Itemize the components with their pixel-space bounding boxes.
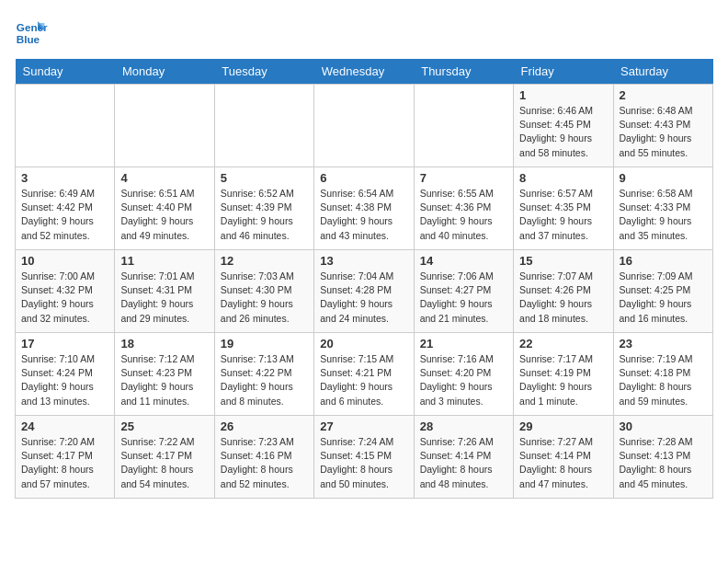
weekday-header: Friday bbox=[514, 59, 613, 85]
day-number: 26 bbox=[221, 419, 308, 433]
day-number: 14 bbox=[420, 254, 507, 268]
calendar-cell: 14Sunrise: 7:06 AM Sunset: 4:27 PM Dayli… bbox=[414, 250, 513, 333]
calendar-cell: 8Sunrise: 6:57 AM Sunset: 4:35 PM Daylig… bbox=[514, 167, 613, 250]
day-number: 9 bbox=[620, 171, 707, 185]
calendar-cell: 15Sunrise: 7:07 AM Sunset: 4:26 PM Dayli… bbox=[514, 250, 613, 333]
day-info: Sunrise: 7:19 AM Sunset: 4:18 PM Dayligh… bbox=[620, 352, 707, 408]
day-info: Sunrise: 7:06 AM Sunset: 4:27 PM Dayligh… bbox=[420, 270, 507, 326]
day-number: 11 bbox=[120, 254, 208, 268]
calendar-cell: 4Sunrise: 6:51 AM Sunset: 4:40 PM Daylig… bbox=[115, 167, 214, 250]
calendar-cell: 10Sunrise: 7:00 AM Sunset: 4:32 PM Dayli… bbox=[16, 250, 115, 333]
page-header: General Blue bbox=[15, 15, 713, 48]
day-info: Sunrise: 7:00 AM Sunset: 4:32 PM Dayligh… bbox=[21, 270, 108, 326]
day-number: 20 bbox=[320, 337, 407, 350]
day-info: Sunrise: 7:03 AM Sunset: 4:30 PM Dayligh… bbox=[221, 270, 308, 326]
calendar-week-row: 24Sunrise: 7:20 AM Sunset: 4:17 PM Dayli… bbox=[16, 416, 713, 499]
day-number: 22 bbox=[519, 337, 607, 350]
calendar-cell bbox=[16, 85, 115, 167]
calendar-week-row: 17Sunrise: 7:10 AM Sunset: 4:24 PM Dayli… bbox=[16, 333, 713, 416]
day-info: Sunrise: 7:24 AM Sunset: 4:15 PM Dayligh… bbox=[320, 435, 407, 491]
day-number: 30 bbox=[620, 419, 707, 433]
calendar-cell: 21Sunrise: 7:16 AM Sunset: 4:20 PM Dayli… bbox=[414, 333, 513, 416]
day-number: 6 bbox=[320, 171, 407, 185]
day-number: 17 bbox=[21, 337, 108, 350]
calendar-cell: 19Sunrise: 7:13 AM Sunset: 4:22 PM Dayli… bbox=[214, 333, 313, 416]
day-number: 8 bbox=[519, 171, 607, 185]
day-number: 4 bbox=[120, 171, 208, 185]
day-info: Sunrise: 7:28 AM Sunset: 4:13 PM Dayligh… bbox=[620, 435, 707, 491]
calendar-cell: 16Sunrise: 7:09 AM Sunset: 4:25 PM Dayli… bbox=[613, 250, 712, 333]
day-info: Sunrise: 7:15 AM Sunset: 4:21 PM Dayligh… bbox=[320, 352, 407, 408]
calendar-cell: 20Sunrise: 7:15 AM Sunset: 4:21 PM Dayli… bbox=[314, 333, 414, 416]
calendar-cell: 26Sunrise: 7:23 AM Sunset: 4:16 PM Dayli… bbox=[214, 416, 313, 499]
calendar-cell: 28Sunrise: 7:26 AM Sunset: 4:14 PM Dayli… bbox=[414, 416, 513, 499]
day-info: Sunrise: 7:04 AM Sunset: 4:28 PM Dayligh… bbox=[320, 270, 407, 326]
day-number: 21 bbox=[420, 337, 507, 350]
day-info: Sunrise: 6:48 AM Sunset: 4:43 PM Dayligh… bbox=[620, 104, 707, 160]
day-info: Sunrise: 7:09 AM Sunset: 4:25 PM Dayligh… bbox=[620, 270, 707, 326]
day-number: 2 bbox=[620, 88, 707, 102]
calendar-cell: 6Sunrise: 6:54 AM Sunset: 4:38 PM Daylig… bbox=[314, 167, 414, 250]
day-info: Sunrise: 7:07 AM Sunset: 4:26 PM Dayligh… bbox=[519, 270, 607, 326]
weekday-header: Thursday bbox=[414, 59, 513, 85]
logo-icon: General Blue bbox=[15, 15, 48, 48]
calendar-header: SundayMondayTuesdayWednesdayThursdayFrid… bbox=[16, 59, 713, 85]
weekday-header: Sunday bbox=[16, 59, 115, 85]
day-number: 24 bbox=[21, 419, 108, 433]
weekday-header: Tuesday bbox=[214, 59, 313, 85]
calendar-cell bbox=[414, 85, 513, 167]
calendar-cell: 11Sunrise: 7:01 AM Sunset: 4:31 PM Dayli… bbox=[115, 250, 214, 333]
calendar-cell: 2Sunrise: 6:48 AM Sunset: 4:43 PM Daylig… bbox=[613, 85, 712, 167]
calendar-body: 1Sunrise: 6:46 AM Sunset: 4:45 PM Daylig… bbox=[16, 85, 713, 499]
day-info: Sunrise: 6:52 AM Sunset: 4:39 PM Dayligh… bbox=[221, 187, 308, 243]
day-number: 19 bbox=[221, 337, 308, 350]
calendar-table: SundayMondayTuesdayWednesdayThursdayFrid… bbox=[15, 59, 713, 499]
calendar-week-row: 10Sunrise: 7:00 AM Sunset: 4:32 PM Dayli… bbox=[16, 250, 713, 333]
calendar-week-row: 1Sunrise: 6:46 AM Sunset: 4:45 PM Daylig… bbox=[16, 85, 713, 167]
calendar-cell: 27Sunrise: 7:24 AM Sunset: 4:15 PM Dayli… bbox=[314, 416, 414, 499]
day-info: Sunrise: 7:01 AM Sunset: 4:31 PM Dayligh… bbox=[120, 270, 208, 326]
day-info: Sunrise: 7:23 AM Sunset: 4:16 PM Dayligh… bbox=[221, 435, 308, 491]
day-number: 25 bbox=[120, 419, 208, 433]
day-number: 28 bbox=[420, 419, 507, 433]
day-info: Sunrise: 6:58 AM Sunset: 4:33 PM Dayligh… bbox=[620, 187, 707, 243]
day-info: Sunrise: 6:55 AM Sunset: 4:36 PM Dayligh… bbox=[420, 187, 507, 243]
day-info: Sunrise: 7:17 AM Sunset: 4:19 PM Dayligh… bbox=[519, 352, 607, 408]
weekday-header: Saturday bbox=[613, 59, 712, 85]
day-number: 18 bbox=[120, 337, 208, 350]
day-info: Sunrise: 6:57 AM Sunset: 4:35 PM Dayligh… bbox=[519, 187, 607, 243]
day-number: 1 bbox=[519, 88, 607, 102]
day-number: 5 bbox=[221, 171, 308, 185]
calendar-cell bbox=[214, 85, 313, 167]
calendar-cell: 5Sunrise: 6:52 AM Sunset: 4:39 PM Daylig… bbox=[214, 167, 313, 250]
calendar-cell: 13Sunrise: 7:04 AM Sunset: 4:28 PM Dayli… bbox=[314, 250, 414, 333]
svg-text:Blue: Blue bbox=[17, 33, 40, 45]
calendar-cell: 17Sunrise: 7:10 AM Sunset: 4:24 PM Dayli… bbox=[16, 333, 115, 416]
day-number: 29 bbox=[519, 419, 607, 433]
day-info: Sunrise: 7:12 AM Sunset: 4:23 PM Dayligh… bbox=[120, 352, 208, 408]
day-info: Sunrise: 6:46 AM Sunset: 4:45 PM Dayligh… bbox=[519, 104, 607, 160]
day-number: 15 bbox=[519, 254, 607, 268]
calendar-week-row: 3Sunrise: 6:49 AM Sunset: 4:42 PM Daylig… bbox=[16, 167, 713, 250]
day-number: 16 bbox=[620, 254, 707, 268]
day-number: 10 bbox=[21, 254, 108, 268]
calendar-cell: 22Sunrise: 7:17 AM Sunset: 4:19 PM Dayli… bbox=[514, 333, 613, 416]
calendar-cell: 25Sunrise: 7:22 AM Sunset: 4:17 PM Dayli… bbox=[115, 416, 214, 499]
day-info: Sunrise: 6:51 AM Sunset: 4:40 PM Dayligh… bbox=[120, 187, 208, 243]
weekday-row: SundayMondayTuesdayWednesdayThursdayFrid… bbox=[16, 59, 713, 85]
day-info: Sunrise: 7:10 AM Sunset: 4:24 PM Dayligh… bbox=[21, 352, 108, 408]
day-info: Sunrise: 7:20 AM Sunset: 4:17 PM Dayligh… bbox=[21, 435, 108, 491]
weekday-header: Monday bbox=[115, 59, 214, 85]
weekday-header: Wednesday bbox=[314, 59, 414, 85]
calendar-cell: 29Sunrise: 7:27 AM Sunset: 4:14 PM Dayli… bbox=[514, 416, 613, 499]
calendar-cell: 30Sunrise: 7:28 AM Sunset: 4:13 PM Dayli… bbox=[613, 416, 712, 499]
day-info: Sunrise: 6:49 AM Sunset: 4:42 PM Dayligh… bbox=[21, 187, 108, 243]
day-number: 23 bbox=[620, 337, 707, 350]
day-info: Sunrise: 6:54 AM Sunset: 4:38 PM Dayligh… bbox=[320, 187, 407, 243]
day-info: Sunrise: 7:13 AM Sunset: 4:22 PM Dayligh… bbox=[221, 352, 308, 408]
calendar-cell: 18Sunrise: 7:12 AM Sunset: 4:23 PM Dayli… bbox=[115, 333, 214, 416]
day-info: Sunrise: 7:22 AM Sunset: 4:17 PM Dayligh… bbox=[120, 435, 208, 491]
day-info: Sunrise: 7:26 AM Sunset: 4:14 PM Dayligh… bbox=[420, 435, 507, 491]
calendar-cell bbox=[115, 85, 214, 167]
calendar-cell: 12Sunrise: 7:03 AM Sunset: 4:30 PM Dayli… bbox=[214, 250, 313, 333]
